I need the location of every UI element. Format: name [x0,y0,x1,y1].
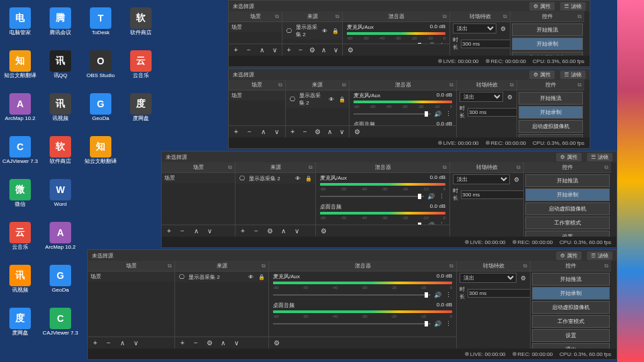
desktop-icon[interactable]: 电电脑管家 [0,0,40,43]
down-button[interactable]: ∨ [131,339,140,348]
down-button[interactable]: ∨ [332,46,339,55]
speaker-icon[interactable]: 🔊 [427,192,435,200]
transition-select[interactable]: 淡出 [453,174,510,184]
popout-icon[interactable]: ⧉ [335,13,339,20]
filters-button[interactable]: ☰滤镜 [560,70,586,79]
speaker-icon[interactable]: 🔊 [433,291,441,299]
add-button[interactable]: + [178,339,187,348]
popout-icon[interactable]: ⧉ [523,263,527,269]
desktop-icon[interactable]: CCAJViewer 7.3 [0,129,40,172]
desktop-icon[interactable] [121,172,161,215]
transition-select[interactable]: 淡出 [460,273,517,283]
volume-slider[interactable] [354,113,431,115]
eye-icon[interactable]: 👁 [247,273,255,281]
desktop-icon[interactable]: AArcMap 10.2 [40,215,80,257]
scene-item[interactable]: 场景 [88,272,174,282]
remove-button[interactable]: − [178,227,187,236]
popout-icon[interactable]: ⧉ [604,263,608,269]
settings-button[interactable]: 设置 [525,231,610,237]
scene-item[interactable]: 场景 [229,90,285,101]
desktop-icon[interactable]: 软软件商店 [121,0,161,43]
popout-icon[interactable]: ⧉ [262,263,266,269]
up-button[interactable]: ∧ [258,127,268,137]
desktop-icon[interactable]: 度度网盘 [0,300,40,343]
start-stream-button[interactable]: 开始推流 [525,174,610,187]
filters-button[interactable]: ☰滤镜 [560,2,586,11]
start-record-button[interactable]: 开始录制 [532,287,610,300]
virtual-cam-button[interactable]: 启动虚拟摄像机 [525,202,610,215]
remove-button[interactable]: − [297,46,304,55]
remove-button[interactable]: − [191,339,201,348]
up-button[interactable]: ∧ [218,339,227,348]
down-button[interactable]: ∨ [231,339,241,348]
source-item[interactable]: 🖵 显示器采集 2 👁 🔒 [235,173,315,184]
lock-icon[interactable]: 🔒 [331,27,339,35]
gear-icon[interactable]: ⚙ [309,46,316,55]
desktop-icon[interactable]: CCAJViewer 7.3 [40,300,80,343]
properties-button[interactable]: ⚙属性 [556,251,582,260]
add-button[interactable]: + [231,46,240,55]
popout-icon[interactable]: ⧉ [309,164,313,171]
popout-icon[interactable]: ⧉ [503,13,507,20]
start-record-button[interactable]: 开始录制 [512,38,583,50]
popout-icon[interactable]: ⧉ [510,82,514,88]
desktop-icon[interactable]: 微微信 [0,172,40,215]
filters-button[interactable]: ☰滤镜 [587,251,612,260]
up-button[interactable]: ∧ [258,46,266,55]
properties-button[interactable]: ⚙属性 [529,2,555,11]
studio-mode-button[interactable]: 工作室模式 [532,315,610,328]
desktop-icon[interactable]: 讯讯视频 [40,86,80,129]
duration-input[interactable] [461,40,510,48]
start-stream-button[interactable]: 开始推流 [519,92,583,105]
add-button[interactable]: + [91,339,100,348]
down-button[interactable]: ∨ [270,46,279,55]
remove-button[interactable]: − [252,227,261,236]
down-button[interactable]: ∨ [272,127,281,137]
remove-button[interactable]: − [245,127,254,137]
scene-item[interactable]: 场景 [162,173,235,183]
eye-icon[interactable]: 👁 [327,95,335,103]
desktop-icon[interactable]: TToDesk [80,0,121,43]
speaker-icon[interactable]: 🔊 [433,110,441,118]
down-button[interactable]: ∨ [205,227,214,236]
desktop-icon[interactable] [121,129,161,172]
volume-slider[interactable] [273,323,431,324]
desktop-icon[interactable]: 知知云文献翻译 [0,43,40,86]
start-record-button[interactable]: 开始录制 [525,188,610,201]
gear-icon[interactable]: ⚙ [313,127,321,137]
popout-icon[interactable]: ⧉ [168,263,172,269]
popout-icon[interactable]: ⧉ [604,164,608,171]
filters-button[interactable]: ☰滤镜 [587,153,612,162]
up-button[interactable]: ∧ [117,339,127,348]
virtual-cam-button[interactable]: 启动虚拟摄像机 [532,301,610,314]
scene-item[interactable]: 场景 [229,22,282,32]
up-button[interactable]: ∧ [191,227,201,236]
duration-input[interactable] [468,289,530,298]
gear-icon[interactable]: ⚙ [352,127,362,137]
properties-button[interactable]: ⚙属性 [529,70,555,79]
source-item[interactable]: 🖵 显示器采集 2 👁 🔒 [286,90,349,108]
volume-slider[interactable] [273,294,431,296]
desktop-icon[interactable]: 讯讯视频 [0,257,40,300]
more-icon[interactable]: ⋮ [444,110,452,118]
more-icon[interactable]: ⋮ [444,320,452,328]
desktop-icon[interactable] [80,172,121,215]
gear-icon[interactable]: ⚙ [513,176,521,184]
desktop-icon[interactable]: 腾腾讯会议 [40,0,80,43]
eye-icon[interactable]: 👁 [321,27,329,35]
start-stream-button[interactable]: 开始推流 [512,23,583,36]
desktop-icon[interactable]: 知知云文献翻译 [80,129,121,172]
up-button[interactable]: ∧ [320,46,327,55]
add-button[interactable]: + [288,127,297,137]
desktop-icon[interactable]: GGeoDa [40,257,80,300]
gear-icon[interactable]: ⚙ [506,93,514,101]
start-record-button[interactable]: 开始录制 [519,106,583,119]
popout-icon[interactable]: ⧉ [578,13,582,20]
desktop-icon[interactable]: 云云音乐 [121,43,161,86]
gear-icon[interactable]: ⚙ [319,227,328,236]
remove-button[interactable]: − [244,46,253,55]
lock-icon[interactable]: 🔒 [338,95,346,103]
popout-icon[interactable]: ⧉ [578,82,582,88]
remove-button[interactable]: − [301,127,309,137]
add-button[interactable]: + [231,127,241,137]
